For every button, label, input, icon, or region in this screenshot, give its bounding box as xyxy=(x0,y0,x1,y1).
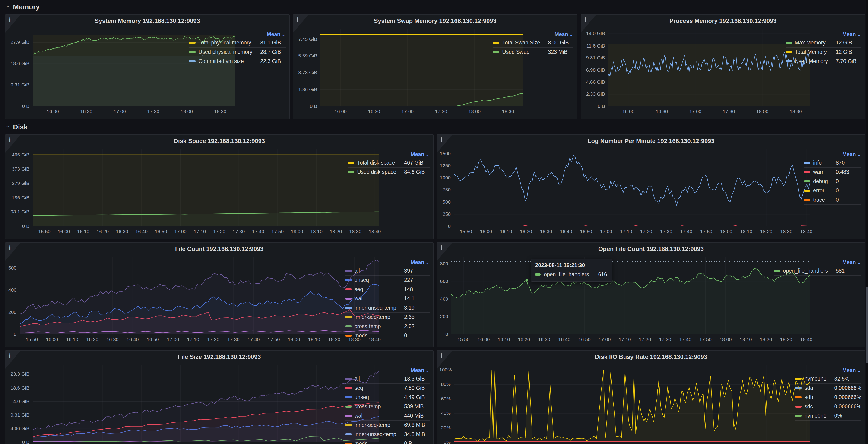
legend-mean-header[interactable]: Mean⌄ xyxy=(842,367,861,374)
chart-plot-area[interactable]: 0 B2.33 GiB4.66 GiB6.98 GiB9.31 GiB11.6 … xyxy=(583,27,779,118)
scrollbar-thumb[interactable] xyxy=(866,287,868,363)
chart-svg[interactable] xyxy=(454,365,810,442)
section-header-memory[interactable]: ⌄Memory xyxy=(6,2,40,11)
chart-svg[interactable] xyxy=(452,257,810,335)
y-axis-tick-label: 750 xyxy=(439,187,451,193)
chart-plot-area[interactable]: 0 B1.86 GiB3.73 GiB5.59 GiB7.45 GiB16:00… xyxy=(296,27,486,118)
chart-svg[interactable] xyxy=(320,29,523,106)
x-axis-tick-label: 18:30 xyxy=(782,109,810,114)
legend-series-value: 870 xyxy=(836,158,861,167)
panel-title[interactable]: Log Number Per Minute 192.168.130.12:909… xyxy=(437,135,865,147)
legend-series-value: 14.1 xyxy=(404,294,430,303)
y-axis-tick-label: 0 xyxy=(439,331,448,337)
legend-item[interactable]: error0 xyxy=(804,186,861,195)
panel-title[interactable]: System Swap Memory 192.168.130.12:9093 xyxy=(293,14,577,27)
legend-series-value: 22.3 GiB xyxy=(260,57,286,66)
legend-mean-header[interactable]: Mean⌄ xyxy=(411,151,430,158)
legend-series-value: 539 MiB xyxy=(404,402,430,411)
panel-open-file-count-192-168-130-12-9093: iOpen File Count 192.168.130.12:90930200… xyxy=(437,243,865,347)
panel-title[interactable]: File Size 192.168.130.12:9093 xyxy=(5,351,433,363)
y-axis-tick-label: 279 GiB xyxy=(8,181,29,186)
panel-body: 0%20%40%60%80%100%15:5016:0016:1016:2016… xyxy=(437,363,865,444)
panel-row: iFile Size 192.168.130.12:90930 B4.66 Gi… xyxy=(5,350,865,444)
panel-process-memory-192-168-130-12-9093: iProcess Memory 192.168.130.12:90930 B2.… xyxy=(581,14,865,119)
panel-info-corner[interactable] xyxy=(5,14,21,33)
legend-mean-header[interactable]: Mean⌄ xyxy=(411,367,430,374)
legend-mean-header[interactable]: Mean⌄ xyxy=(555,31,574,37)
legend-series-value: 32.5% xyxy=(834,374,861,383)
legend-series-value: 0 xyxy=(404,331,430,341)
legend-series-value: 13.3 GiB xyxy=(404,374,430,383)
legend-swatch xyxy=(345,335,352,337)
scrollbar[interactable] xyxy=(866,0,868,444)
chart-svg[interactable] xyxy=(33,365,379,442)
y-axis-tick-label: 400 xyxy=(439,296,448,302)
legend-mean-header[interactable]: Mean⌄ xyxy=(267,31,286,37)
panel-title[interactable]: System Memory 192.168.130.12:9093 xyxy=(5,14,289,27)
chart-plot-area[interactable]: 020040060080015:5016:0016:1016:2016:3016… xyxy=(439,255,767,346)
panel-info-corner[interactable] xyxy=(5,243,21,261)
chart-svg[interactable] xyxy=(20,257,379,335)
y-axis-tick-label: 1250 xyxy=(439,163,451,168)
y-axis-tick-label: 0 B xyxy=(296,103,317,109)
panel-title[interactable]: Open File Count 192.168.130.12:9093 xyxy=(437,243,865,255)
panel-file-count-192-168-130-12-9093: iFile Count 192.168.130.12:9093020040060… xyxy=(5,243,434,347)
y-axis-tick-label: 18.6 GiB xyxy=(8,385,29,391)
legend-series-value: 28.7 GiB xyxy=(260,47,286,57)
section-header-disk[interactable]: ⌄Disk xyxy=(6,122,28,132)
panel-info-corner[interactable] xyxy=(581,14,596,33)
panel-row: iDisk Space 192.168.130.12:90930 B93.1 G… xyxy=(5,134,865,239)
y-axis-tick-label: 4.66 GiB xyxy=(8,426,29,431)
legend-item[interactable]: trace0 xyxy=(804,195,861,204)
panel-title[interactable]: File Count 192.168.130.12:9093 xyxy=(5,243,433,255)
tooltip-series-row: open_file_handlers616 xyxy=(535,272,607,278)
chart-svg[interactable] xyxy=(33,29,235,106)
chart-plot-area[interactable]: 025050075010001250150015:5016:0016:1016:… xyxy=(439,147,797,237)
chart-tooltip: 2023-08-11 16:21:30open_file_handlers616 xyxy=(531,259,612,282)
chart-plot-area[interactable]: 020040060015:5016:0016:1016:2016:3016:40… xyxy=(8,255,339,346)
panel-info-corner[interactable] xyxy=(437,243,452,261)
legend-series-value: 2.62 xyxy=(404,322,430,331)
chart-plot-area[interactable]: 0 B9.31 GiB18.6 GiB27.9 GiB16:0016:3017:… xyxy=(8,27,183,118)
chart-plot-area[interactable]: 0%20%40%60%80%100%15:5016:0016:1016:2016… xyxy=(439,363,789,444)
legend-item[interactable]: debug0 xyxy=(804,177,861,186)
legend-series-value: 8.00 GiB xyxy=(548,38,574,47)
y-axis-tick-label: 500 xyxy=(439,199,451,205)
legend-mean-header[interactable]: Mean⌄ xyxy=(842,259,861,265)
legend-mean-header[interactable]: Mean⌄ xyxy=(842,151,861,158)
x-axis-tick-label: 18:30 xyxy=(494,109,522,114)
panel-info-corner[interactable] xyxy=(437,351,452,369)
chart-svg[interactable] xyxy=(454,149,810,226)
panel-info-corner[interactable] xyxy=(5,135,21,153)
chevron-down-icon: ⌄ xyxy=(857,260,861,265)
legend-series-value: 0 xyxy=(836,195,861,204)
panel-title[interactable]: Process Memory 192.168.130.12:9093 xyxy=(581,14,865,27)
legend-series-value: 4.49 GiB xyxy=(404,392,430,402)
x-axis-tick-label: 16:00 xyxy=(327,109,354,114)
chart-svg[interactable] xyxy=(33,149,379,226)
panel-body: 025050075010001250150015:5016:0016:1016:… xyxy=(437,147,865,237)
tooltip-series-swatch xyxy=(535,274,540,276)
panel-title[interactable]: Disk Space 192.168.130.12:9093 xyxy=(5,135,433,147)
legend-mean-label: Mean xyxy=(842,367,856,373)
panel-disk-space-192-168-130-12-9093: iDisk Space 192.168.130.12:90930 B93.1 G… xyxy=(5,134,434,239)
legend-mean-header[interactable]: Mean⌄ xyxy=(411,259,430,265)
y-axis-tick-label: 400 xyxy=(8,287,17,293)
panel-info-corner[interactable] xyxy=(293,14,308,33)
y-axis-tick-label: 250 xyxy=(439,211,451,217)
x-axis-tick-label: 18:40 xyxy=(361,337,389,342)
panel-info-corner[interactable] xyxy=(437,135,452,153)
x-axis-tick-label: 17:00 xyxy=(106,109,134,114)
panel-log-number-per-minute-192-168-130-12-9093: iLog Number Per Minute 192.168.130.12:90… xyxy=(437,134,865,239)
legend-mean-header[interactable]: Mean⌄ xyxy=(842,31,861,37)
x-axis-tick-label: 16:30 xyxy=(72,109,100,114)
chart-plot-area[interactable]: 0 B93.1 GiB186 GiB279 GiB373 GiB466 GiB1… xyxy=(8,147,341,237)
panel-title[interactable]: Disk I/O Busy Rate 192.168.130.12:9093 xyxy=(437,351,865,363)
legend-series-value: 7.70 GiB xyxy=(836,57,861,66)
chart-plot-area[interactable]: 0 B4.66 GiB9.31 GiB14.0 GiB18.6 GiB23.3 … xyxy=(8,363,339,444)
legend-item[interactable]: warn0.483 xyxy=(804,167,861,177)
y-axis-tick-label: 23.3 GiB xyxy=(8,371,29,377)
panel-info-corner[interactable] xyxy=(5,351,21,369)
chart-svg[interactable] xyxy=(608,29,810,106)
legend-item[interactable]: info870 xyxy=(804,158,861,167)
